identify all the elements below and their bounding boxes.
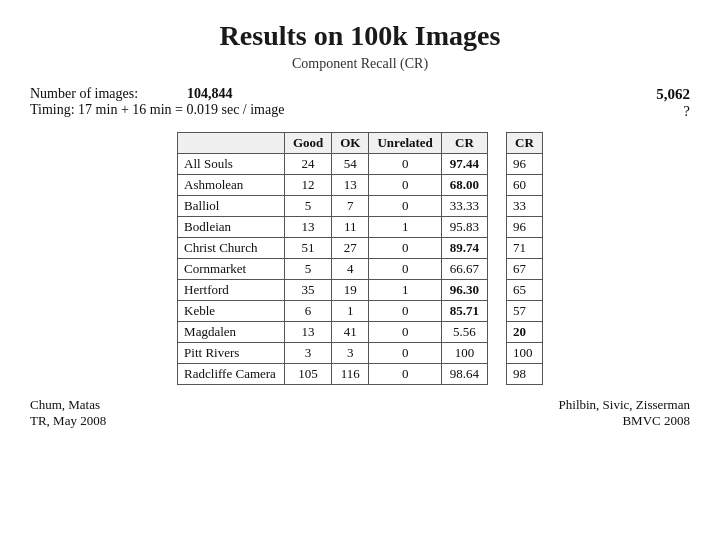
cell-value: 0 [369, 343, 441, 364]
cell-value: 98.64 [441, 364, 487, 385]
cell-value: 0 [369, 259, 441, 280]
footer-left-line1: Chum, Matas [30, 397, 100, 412]
col-cr: CR [441, 133, 487, 154]
cell-value: 7 [332, 196, 369, 217]
cell-value: 100 [441, 343, 487, 364]
cell-value: 0 [369, 322, 441, 343]
cell-value: 0 [369, 364, 441, 385]
col-unrelated: Unrelated [369, 133, 441, 154]
info-label-images: Number of images: [30, 86, 138, 101]
table-row: Keble61085.71 [178, 301, 488, 322]
table-row: Pitt Rivers330100 [178, 343, 488, 364]
info-value-5062: 5,062 [656, 86, 690, 102]
cell-value: 3 [284, 343, 331, 364]
table-row: 71 [507, 238, 543, 259]
cell-cr2: 60 [507, 175, 543, 196]
cell-value: 33.33 [441, 196, 487, 217]
cell-cr2: 57 [507, 301, 543, 322]
cell-value: 19 [332, 280, 369, 301]
cell-cr2: 67 [507, 259, 543, 280]
info-question: ? [683, 103, 690, 119]
cell-value: 89.74 [441, 238, 487, 259]
cell-value: 35 [284, 280, 331, 301]
cell-value: 0 [369, 301, 441, 322]
table-row: Christ Church5127089.74 [178, 238, 488, 259]
cell-cr2: 33 [507, 196, 543, 217]
cell-name: Bodleian [178, 217, 285, 238]
cell-cr2: 98 [507, 364, 543, 385]
table-row: Radcliffe Camera105116098.64 [178, 364, 488, 385]
cell-name: Magdalen [178, 322, 285, 343]
cell-value: 13 [284, 322, 331, 343]
cell-value: 85.71 [441, 301, 487, 322]
table-row: 67 [507, 259, 543, 280]
table-row: All Souls2454097.44 [178, 154, 488, 175]
col-name [178, 133, 285, 154]
col-ok: OK [332, 133, 369, 154]
cell-name: Pitt Rivers [178, 343, 285, 364]
subtitle: Component Recall (CR) [292, 56, 428, 72]
footer-left: Chum, Matas TR, May 2008 [30, 397, 106, 429]
cell-value: 12 [284, 175, 331, 196]
cell-value: 6 [284, 301, 331, 322]
table-row: 60 [507, 175, 543, 196]
cell-value: 97.44 [441, 154, 487, 175]
table-row: Cornmarket54066.67 [178, 259, 488, 280]
table-row: Ashmolean1213068.00 [178, 175, 488, 196]
cell-value: 1 [332, 301, 369, 322]
info-right: 5,062 ? [656, 86, 690, 120]
table-row: 98 [507, 364, 543, 385]
table-row: 20 [507, 322, 543, 343]
cell-value: 13 [332, 175, 369, 196]
cell-value: 95.83 [441, 217, 487, 238]
cell-value: 24 [284, 154, 331, 175]
cell-cr2: 96 [507, 217, 543, 238]
footer-right: Philbin, Sivic, Zisserman BMVC 2008 [559, 397, 690, 429]
cell-value: 5.56 [441, 322, 487, 343]
cell-name: Radcliffe Camera [178, 364, 285, 385]
cell-value: 66.67 [441, 259, 487, 280]
col-cr2: CR [507, 133, 543, 154]
cell-name: Christ Church [178, 238, 285, 259]
footer-left-line2: TR, May 2008 [30, 413, 106, 428]
footer-right-line2: BMVC 2008 [622, 413, 690, 428]
cell-value: 116 [332, 364, 369, 385]
cell-value: 27 [332, 238, 369, 259]
cell-value: 41 [332, 322, 369, 343]
cell-value: 0 [369, 175, 441, 196]
main-table: Good OK Unrelated CR All Souls2454097.44… [177, 132, 488, 385]
cell-cr2: 71 [507, 238, 543, 259]
cell-cr2: 65 [507, 280, 543, 301]
info-value-images: 104,844 [187, 86, 233, 101]
table-row: 33 [507, 196, 543, 217]
cell-value: 96.30 [441, 280, 487, 301]
secondary-table: CR 96603396716765572010098 [506, 132, 543, 385]
cell-value: 11 [332, 217, 369, 238]
cell-value: 105 [284, 364, 331, 385]
cell-value: 68.00 [441, 175, 487, 196]
cell-value: 1 [369, 217, 441, 238]
table-header-row: Good OK Unrelated CR [178, 133, 488, 154]
cell-cr2: 100 [507, 343, 543, 364]
cell-name: Cornmarket [178, 259, 285, 280]
table-row: 96 [507, 154, 543, 175]
table-row: 65 [507, 280, 543, 301]
info-timing: Timing: 17 min + 16 min = 0.019 sec / im… [30, 102, 284, 117]
cell-name: Ashmolean [178, 175, 285, 196]
cell-value: 0 [369, 196, 441, 217]
cell-value: 1 [369, 280, 441, 301]
table-row: Magdalen134105.56 [178, 322, 488, 343]
table-row: 57 [507, 301, 543, 322]
cell-value: 5 [284, 196, 331, 217]
cell-value: 3 [332, 343, 369, 364]
footer-right-line1: Philbin, Sivic, Zisserman [559, 397, 690, 412]
page-title: Results on 100k Images [220, 20, 501, 52]
secondary-header-row: CR [507, 133, 543, 154]
col-good: Good [284, 133, 331, 154]
cell-name: Balliol [178, 196, 285, 217]
cell-value: 51 [284, 238, 331, 259]
table-row: Hertford3519196.30 [178, 280, 488, 301]
cell-cr2: 20 [507, 322, 543, 343]
cell-name: Hertford [178, 280, 285, 301]
cell-value: 13 [284, 217, 331, 238]
